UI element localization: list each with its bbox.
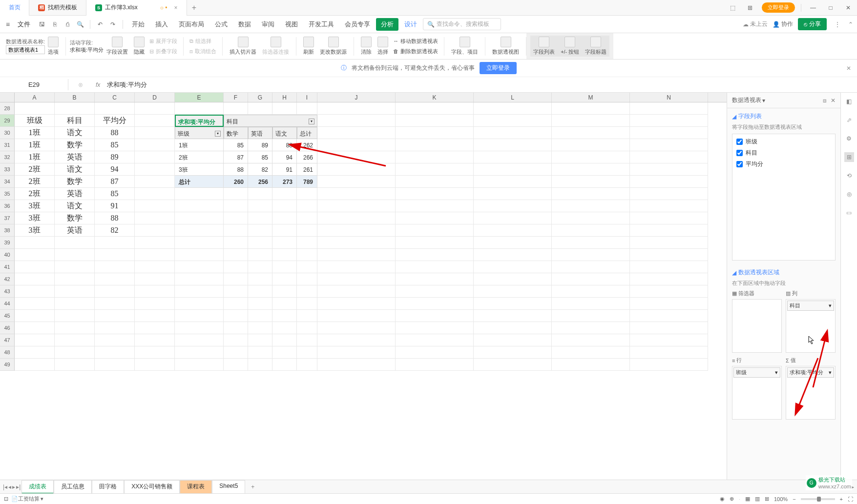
sheet-tab[interactable]: XXX公司销售额	[124, 480, 180, 494]
cell[interactable]	[396, 224, 474, 237]
cell[interactable]	[396, 139, 474, 151]
cell[interactable]	[95, 310, 135, 322]
cell[interactable]	[55, 237, 95, 249]
menu-start[interactable]: 开始	[127, 18, 149, 31]
cell[interactable]	[317, 310, 396, 322]
column-area-item[interactable]: 科目▾	[787, 301, 834, 311]
cell[interactable]	[95, 237, 135, 249]
cell[interactable]	[552, 237, 630, 249]
cell[interactable]	[248, 310, 272, 322]
cell[interactable]: 85	[95, 188, 135, 200]
cell[interactable]: 3班	[15, 224, 55, 237]
cell[interactable]	[55, 102, 95, 115]
cell[interactable]	[474, 237, 552, 249]
cell[interactable]	[95, 285, 135, 298]
cell[interactable]: 数学	[55, 139, 95, 151]
cell[interactable]	[15, 237, 55, 249]
cell[interactable]	[474, 176, 552, 188]
cell[interactable]: 语文	[55, 200, 95, 212]
cell[interactable]	[630, 359, 708, 371]
field-item-class[interactable]: 班级	[734, 136, 833, 147]
cell[interactable]	[135, 151, 175, 163]
column-drop-area[interactable]: 科目▾	[786, 299, 836, 353]
cell[interactable]	[552, 285, 630, 298]
cell[interactable]	[396, 200, 474, 212]
chevron-down-icon[interactable]: ▾	[775, 369, 778, 376]
cell[interactable]	[135, 200, 175, 212]
cell[interactable]	[248, 200, 272, 212]
cell[interactable]	[317, 224, 396, 237]
cell[interactable]	[552, 261, 630, 273]
row-header[interactable]: 42	[0, 273, 15, 285]
column-header[interactable]: L	[474, 93, 552, 102]
fx-icon[interactable]: fx	[93, 81, 103, 88]
cell[interactable]	[552, 102, 630, 115]
clear-button[interactable]: 清除	[358, 36, 375, 57]
value-area-item[interactable]: 求和项:平均分▾	[787, 367, 834, 378]
row-header[interactable]: 48	[0, 346, 15, 359]
cell[interactable]	[474, 212, 552, 224]
field-item-subject[interactable]: 科目	[734, 147, 833, 159]
cell[interactable]: 91	[272, 163, 297, 176]
sheet-tab[interactable]: 成绩表	[21, 480, 54, 494]
cell[interactable]	[317, 163, 396, 176]
cell[interactable]: 89	[248, 139, 272, 151]
chevron-down-icon[interactable]: ▾	[829, 369, 832, 376]
cell[interactable]: 英语	[55, 188, 95, 200]
change-source-button[interactable]: 更改数据源	[317, 36, 350, 57]
cell[interactable]	[175, 273, 224, 285]
cell[interactable]	[272, 102, 297, 115]
cell[interactable]: 班级▾	[175, 127, 224, 139]
close-panel-icon[interactable]: ✕	[831, 97, 836, 104]
cell[interactable]	[474, 359, 552, 371]
cell[interactable]	[135, 139, 175, 151]
menu-devtools[interactable]: 开发工具	[304, 18, 339, 31]
cell[interactable]	[317, 127, 396, 139]
hamburger-icon[interactable]: ≡	[4, 20, 12, 28]
cell[interactable]	[224, 261, 248, 273]
cell[interactable]	[224, 224, 248, 237]
cell[interactable]	[317, 176, 396, 188]
cell[interactable]	[630, 200, 708, 212]
cell[interactable]	[224, 285, 248, 298]
cell[interactable]	[474, 188, 552, 200]
row-header[interactable]: 40	[0, 249, 15, 261]
cell[interactable]	[317, 359, 396, 371]
row-header[interactable]: 35	[0, 188, 15, 200]
cell[interactable]	[135, 310, 175, 322]
cell[interactable]	[135, 115, 175, 127]
row-header[interactable]: 39	[0, 237, 15, 249]
cell[interactable]: 语文	[55, 163, 95, 176]
cell[interactable]	[552, 176, 630, 188]
column-header[interactable]: G	[248, 93, 272, 102]
last-sheet-icon[interactable]: ▸|	[16, 484, 21, 490]
cell[interactable]	[297, 200, 317, 212]
row-header[interactable]: 33	[0, 163, 15, 176]
cell[interactable]	[248, 261, 272, 273]
cell[interactable]	[474, 102, 552, 115]
fx-cancel-icon[interactable]: ⊗	[78, 81, 83, 88]
cell[interactable]	[396, 261, 474, 273]
cell[interactable]	[297, 102, 317, 115]
share-button[interactable]: ⎋分享	[798, 18, 827, 30]
cell[interactable]: 94	[95, 163, 135, 176]
redo-icon[interactable]: ↷	[107, 19, 119, 30]
column-header[interactable]: C	[95, 93, 135, 102]
undo-icon[interactable]: ↶	[94, 19, 106, 30]
cell[interactable]	[474, 273, 552, 285]
add-sheet-button[interactable]: +	[246, 482, 259, 492]
cell[interactable]	[317, 188, 396, 200]
cell[interactable]	[396, 127, 474, 139]
cell[interactable]: 1班	[175, 139, 224, 151]
cell[interactable]	[630, 102, 708, 115]
cell[interactable]	[175, 212, 224, 224]
cell[interactable]: 总计	[175, 176, 224, 188]
cell[interactable]	[552, 163, 630, 176]
cell[interactable]	[317, 346, 396, 359]
row-header[interactable]: 36	[0, 200, 15, 212]
sheet-tab[interactable]: 员工信息	[54, 480, 92, 494]
cell[interactable]	[272, 200, 297, 212]
cell[interactable]	[175, 322, 224, 334]
cell[interactable]	[297, 212, 317, 224]
cell[interactable]	[474, 163, 552, 176]
